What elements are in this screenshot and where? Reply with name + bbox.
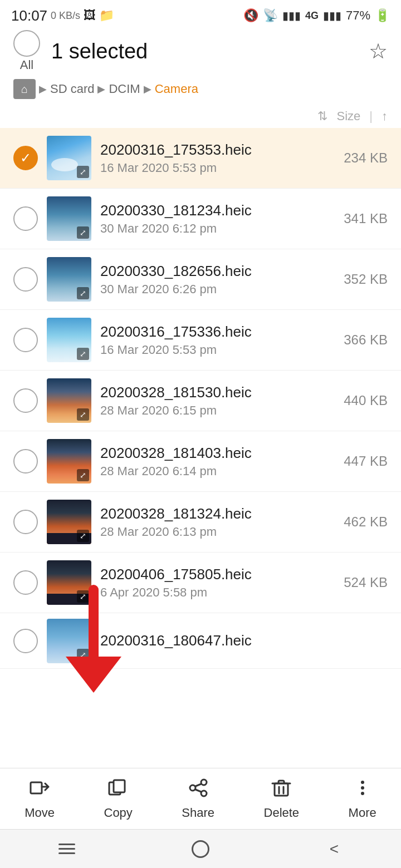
- table-row[interactable]: 20200330_182656.heic 30 Mar 2020 6:26 pm…: [0, 249, 401, 310]
- file-name-2: 20200330_182656.heic: [100, 263, 335, 280]
- copy-label: Copy: [104, 806, 133, 820]
- sort-label[interactable]: Size: [336, 109, 360, 124]
- select-all-button[interactable]: [13, 30, 40, 57]
- share-button[interactable]: Share: [182, 778, 214, 820]
- mute-icon: 🔇: [243, 8, 258, 23]
- file-size-6: 462 KB: [344, 514, 388, 530]
- file-thumbnail-5: [47, 439, 91, 484]
- file-checkbox-2[interactable]: [13, 267, 38, 292]
- sort-bar: ⇅ Size | ↑: [0, 105, 401, 128]
- file-size-4: 440 KB: [344, 393, 388, 408]
- expand-icon-4: [77, 408, 89, 421]
- signal-bars-2: ▮▮▮: [323, 9, 341, 22]
- file-checkbox-4[interactable]: [13, 388, 38, 413]
- move-label: Move: [25, 806, 55, 820]
- file-date-0: 16 Mar 2020 5:53 pm: [100, 161, 335, 175]
- delete-label: Delete: [264, 806, 300, 820]
- svg-point-15: [361, 781, 364, 784]
- svg-point-8: [190, 785, 195, 791]
- header-left: All 1 selected: [13, 30, 148, 72]
- checkmark-icon: ✓: [20, 150, 31, 166]
- svg-point-16: [361, 786, 364, 790]
- file-checkbox-1[interactable]: [13, 206, 38, 231]
- breadcrumb-dcim[interactable]: DCIM: [109, 82, 140, 96]
- file-date-2: 30 Mar 2020 6:26 pm: [100, 282, 335, 297]
- file-info-6: 20200328_181324.heic 28 Mar 2020 6:13 pm: [100, 505, 335, 539]
- header: All 1 selected ☆: [0, 29, 401, 73]
- file-checkbox-0[interactable]: ✓: [13, 146, 38, 170]
- bottom-action-bar: Move Copy Share: [0, 768, 401, 829]
- file-thumbnail-8: [47, 619, 91, 663]
- file-name-8: 20200316_180647.heic: [100, 632, 388, 649]
- file-size-7: 524 KB: [344, 575, 388, 590]
- expand-icon-5: [77, 469, 89, 481]
- file-thumbnail-6: [47, 500, 91, 544]
- nav-back-button[interactable]: <: [317, 838, 351, 860]
- file-info-3: 20200316_175336.heic 16 Mar 2020 5:53 pm: [100, 323, 335, 357]
- copy-button[interactable]: Copy: [104, 778, 133, 820]
- table-row[interactable]: 20200406_175805.heic 6 Apr 2020 5:58 pm …: [0, 553, 401, 613]
- file-name-5: 20200328_181403.heic: [100, 445, 335, 462]
- more-button[interactable]: More: [349, 778, 376, 820]
- signal-bars: ▮▮▮: [282, 9, 301, 22]
- file-size-3: 366 KB: [344, 332, 388, 348]
- folder-icon: 📁: [99, 8, 114, 23]
- more-icon: [353, 778, 373, 802]
- sort-icon: ⇅: [317, 109, 327, 124]
- table-row[interactable]: 20200316_175336.heic 16 Mar 2020 5:53 pm…: [0, 310, 401, 371]
- file-size-1: 341 KB: [344, 211, 388, 226]
- delete-button[interactable]: Delete: [264, 778, 300, 820]
- file-date-6: 28 Mar 2020 6:13 pm: [100, 525, 335, 539]
- svg-line-9: [195, 784, 201, 786]
- file-info-4: 20200328_181530.heic 28 Mar 2020 6:15 pm: [100, 384, 335, 418]
- header-title: 1 selected: [51, 40, 148, 63]
- file-date-4: 28 Mar 2020 6:15 pm: [100, 403, 335, 418]
- svg-line-10: [195, 790, 201, 792]
- status-time: 10:07: [11, 7, 47, 24]
- battery-text: 77%: [346, 8, 370, 23]
- file-checkbox-7[interactable]: [13, 570, 38, 595]
- nav-recents-button[interactable]: [50, 838, 84, 860]
- copy-icon: [108, 778, 128, 802]
- breadcrumb-arrow-1: ▶: [39, 83, 47, 95]
- data-type: 4G: [305, 10, 319, 22]
- breadcrumb-camera[interactable]: Camera: [155, 82, 198, 96]
- svg-point-7: [201, 791, 207, 796]
- file-name-4: 20200328_181530.heic: [100, 384, 335, 401]
- move-button[interactable]: Move: [25, 778, 55, 820]
- file-name-1: 20200330_181234.heic: [100, 202, 335, 219]
- breadcrumb-sdcard[interactable]: SD card: [50, 82, 94, 96]
- file-checkbox-3[interactable]: [13, 328, 38, 352]
- file-name-0: 20200316_175353.heic: [100, 141, 335, 159]
- expand-icon-2: [77, 287, 89, 299]
- status-network: 0 KB/s: [51, 10, 80, 22]
- nav-home-button[interactable]: [184, 838, 217, 860]
- breadcrumb-arrow-2: ▶: [97, 83, 105, 95]
- file-thumbnail-3: [47, 318, 91, 362]
- svg-point-17: [361, 792, 364, 795]
- file-checkbox-5[interactable]: [13, 449, 38, 474]
- wifi-icon: 📡: [263, 8, 278, 23]
- gallery-icon: 🖼: [84, 8, 96, 23]
- file-thumbnail-1: [47, 196, 91, 241]
- back-icon: <: [330, 840, 339, 858]
- star-button[interactable]: ☆: [369, 39, 388, 63]
- table-row[interactable]: 20200316_180647.heic: [0, 613, 401, 669]
- file-info-7: 20200406_175805.heic 6 Apr 2020 5:58 pm: [100, 566, 335, 600]
- table-row[interactable]: 20200328_181324.heic 28 Mar 2020 6:13 pm…: [0, 492, 401, 553]
- expand-icon-8: [77, 649, 89, 661]
- table-row[interactable]: 20200330_181234.heic 30 Mar 2020 6:12 pm…: [0, 189, 401, 249]
- table-row[interactable]: ✓ 20200316_175353.heic 16 Mar 2020 5:53 …: [0, 128, 401, 189]
- breadcrumb-arrow-3: ▶: [144, 83, 151, 95]
- file-date-3: 16 Mar 2020 5:53 pm: [100, 343, 335, 357]
- home-button[interactable]: ⌂: [13, 79, 36, 99]
- table-row[interactable]: 20200328_181403.heic 28 Mar 2020 6:14 pm…: [0, 431, 401, 492]
- file-thumbnail-0: [47, 136, 91, 180]
- file-checkbox-8[interactable]: [13, 629, 38, 653]
- sort-direction-icon[interactable]: ↑: [382, 109, 388, 124]
- file-checkbox-6[interactable]: [13, 510, 38, 534]
- table-row[interactable]: 20200328_181530.heic 28 Mar 2020 6:15 pm…: [0, 371, 401, 431]
- home-nav-icon: [192, 840, 209, 858]
- delete-icon: [271, 778, 291, 802]
- expand-icon-0: [77, 166, 89, 178]
